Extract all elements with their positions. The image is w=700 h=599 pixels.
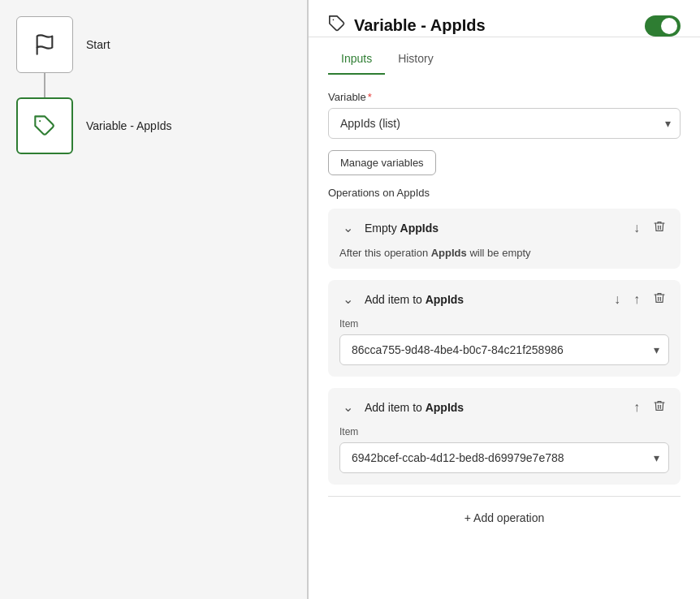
op1-left: ⌄ Empty AppIds: [339, 220, 439, 236]
right-panel: Variable - AppIds Inputs History Variabl…: [309, 0, 700, 599]
op2-title: Add item to AppIds: [365, 293, 464, 306]
add-operation-row: + Add operation: [328, 496, 681, 531]
operation-card-2: ⌄ Add item to AppIds ↓ ↑: [328, 280, 681, 377]
op3-header: ⌄ Add item to AppIds ↑: [328, 388, 681, 426]
op2-item-label: Item: [339, 318, 669, 330]
op2-header: ⌄ Add item to AppIds ↓ ↑: [328, 280, 681, 318]
flow-node-variable: Variable - AppIds: [16, 97, 172, 154]
operations-label: Operations on AppIds: [328, 187, 681, 199]
connector-line: [44, 73, 45, 97]
op3-move-up-btn[interactable]: ↑: [630, 399, 643, 416]
manage-variables-button[interactable]: Manage variables: [328, 150, 436, 175]
panel-title-area: Variable - AppIds: [328, 15, 486, 37]
flag-icon: [33, 33, 56, 56]
flow-node-start: Start: [16, 16, 110, 73]
op3-title: Add item to AppIds: [365, 401, 464, 414]
op1-move-down-btn[interactable]: ↓: [630, 220, 643, 236]
op2-item-select-wrapper: 86cca755-9d48-4be4-b0c7-84c21f258986 ▾: [339, 334, 669, 365]
op3-collapse-btn[interactable]: ⌄: [339, 399, 356, 416]
operation-card-3: ⌄ Add item to AppIds ↑: [328, 388, 681, 485]
panel-header: Variable - AppIds: [309, 0, 700, 37]
op1-collapse-btn[interactable]: ⌄: [339, 220, 356, 236]
op2-left: ⌄ Add item to AppIds: [339, 291, 464, 308]
panel-title: Variable - AppIds: [354, 16, 486, 35]
op1-delete-btn[interactable]: [650, 218, 669, 237]
op2-body: Item 86cca755-9d48-4be4-b0c7-84c21f25898…: [328, 318, 681, 377]
start-node-label: Start: [86, 38, 110, 51]
op3-item-select-wrapper: 6942bcef-ccab-4d12-bed8-d69979e7e788 ▾: [339, 442, 669, 473]
op2-move-down-btn[interactable]: ↓: [611, 291, 624, 308]
tag-icon-left: [33, 114, 56, 137]
panel-tag-icon: [328, 15, 346, 37]
tabs-bar: Inputs History: [309, 44, 700, 75]
op2-item-select[interactable]: 86cca755-9d48-4be4-b0c7-84c21f258986: [339, 334, 669, 365]
variable-select-wrapper: AppIds (list) ▾: [328, 108, 681, 139]
op1-header: ⌄ Empty AppIds ↓: [328, 209, 681, 247]
flow-panel: Start Variable - AppIds: [0, 0, 309, 599]
add-operation-button[interactable]: + Add operation: [465, 511, 544, 524]
op3-delete-btn[interactable]: [650, 398, 669, 416]
operation-card-1: ⌄ Empty AppIds ↓: [328, 209, 681, 269]
op1-title: Empty AppIds: [365, 222, 439, 235]
panel-body: Variable* AppIds (list) ▾ Manage variabl…: [309, 75, 700, 599]
tab-inputs[interactable]: Inputs: [328, 44, 385, 75]
start-node-box[interactable]: [16, 16, 73, 73]
op3-actions: ↑: [630, 398, 669, 416]
op1-desc: After this operation AppIds will be empt…: [328, 247, 681, 269]
toggle-knob: [661, 18, 677, 34]
tab-history[interactable]: History: [385, 44, 447, 75]
enable-toggle[interactable]: [645, 15, 681, 37]
variable-field-label: Variable*: [328, 91, 681, 103]
variable-node-box[interactable]: [16, 97, 73, 154]
variable-node-label: Variable - AppIds: [86, 119, 172, 132]
op2-move-up-btn[interactable]: ↑: [630, 291, 643, 308]
op1-actions: ↓: [630, 218, 669, 237]
required-star: *: [368, 91, 372, 103]
op3-item-select[interactable]: 6942bcef-ccab-4d12-bed8-d69979e7e788: [339, 442, 669, 473]
op3-item-label: Item: [339, 426, 669, 437]
op2-actions: ↓ ↑: [611, 290, 669, 308]
op2-collapse-btn[interactable]: ⌄: [339, 291, 356, 308]
op3-body: Item 6942bcef-ccab-4d12-bed8-d69979e7e78…: [328, 426, 681, 485]
variable-select[interactable]: AppIds (list): [328, 108, 681, 139]
op2-delete-btn[interactable]: [650, 290, 669, 308]
op3-left: ⌄ Add item to AppIds: [339, 399, 464, 416]
